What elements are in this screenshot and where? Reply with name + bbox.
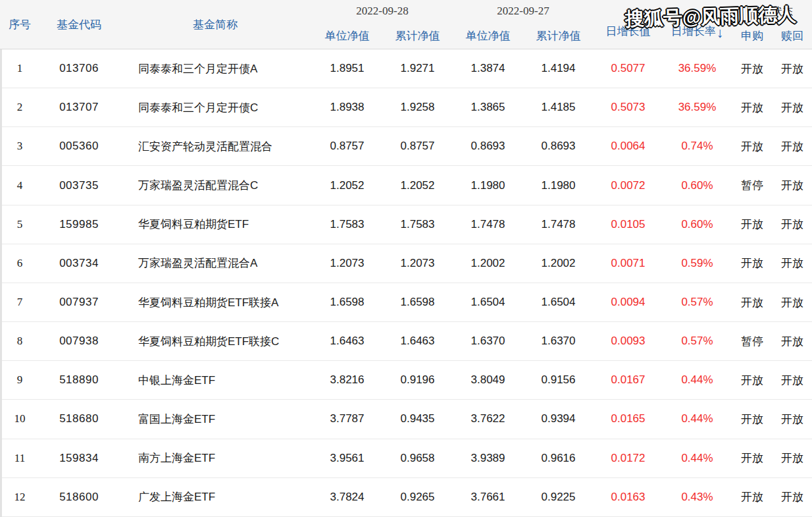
unit-nav-0927: 1.7478 bbox=[453, 218, 523, 231]
cum-nav-0927: 1.4194 bbox=[523, 62, 594, 75]
daily-growth-rate: 0.44% bbox=[663, 373, 732, 387]
daily-growth-value: 0.0094 bbox=[594, 296, 663, 309]
fund-name-link[interactable]: 中银上海金ETF bbox=[118, 373, 312, 388]
fund-name-link[interactable]: 华夏饲料豆粕期货ETF bbox=[118, 217, 312, 232]
header-fund-name: 基金简称 bbox=[118, 0, 312, 49]
row-index: 4 bbox=[0, 179, 39, 192]
purchase-status: 开放 bbox=[732, 489, 773, 504]
unit-nav-0928: 1.7583 bbox=[312, 218, 382, 231]
cum-nav-0928: 0.9658 bbox=[382, 452, 453, 465]
unit-nav-0927: 3.7661 bbox=[453, 491, 523, 504]
daily-growth-value: 0.0163 bbox=[594, 491, 663, 504]
header-unit-nav-1: 单位净值 bbox=[312, 22, 382, 49]
row-index: 1 bbox=[0, 62, 39, 75]
table-row: 7 007937 华夏饲料豆粕期货ETF联接A 1.6598 1.6598 1.… bbox=[0, 283, 812, 322]
fund-name-link[interactable]: 广发上海金ETF bbox=[118, 489, 312, 504]
table-row: 6 003734 万家瑞盈灵活配置混合A 1.2073 1.2073 1.200… bbox=[0, 244, 812, 283]
unit-nav-0927: 3.8049 bbox=[453, 373, 523, 387]
fund-nav-table-page: 序号 基金代码 基金简称 2022-09-28 2022-09-27 单位净值 … bbox=[0, 0, 812, 517]
row-index: 7 bbox=[0, 296, 39, 309]
fund-code-link[interactable]: 003735 bbox=[39, 179, 118, 192]
header-index: 序号 bbox=[0, 0, 39, 49]
purchase-status: 开放 bbox=[732, 61, 773, 76]
cum-nav-0928: 1.9258 bbox=[382, 101, 453, 114]
daily-growth-rate: 0.44% bbox=[663, 412, 732, 425]
fund-name-link[interactable]: 华夏饲料豆粕期货ETF联接A bbox=[118, 295, 312, 310]
fund-code-link[interactable]: 013706 bbox=[39, 62, 118, 75]
cum-nav-0927: 0.9616 bbox=[523, 452, 594, 465]
purchase-status: 暂停 bbox=[732, 334, 773, 349]
sohu-author-watermark: 搜狐号@风雨顺德人 bbox=[625, 2, 797, 33]
fund-code-link[interactable]: 518890 bbox=[39, 373, 118, 387]
purchase-status: 开放 bbox=[732, 373, 773, 388]
cum-nav-0928: 1.2073 bbox=[382, 257, 453, 270]
fund-code-link[interactable]: 518600 bbox=[39, 491, 118, 504]
cum-nav-0928: 1.9271 bbox=[382, 62, 453, 75]
table-row: 1 013706 同泰泰和三个月定开债A 1.8951 1.9271 1.387… bbox=[0, 49, 812, 88]
cum-nav-0927: 1.2002 bbox=[523, 257, 594, 270]
table-row: 12 518600 广发上海金ETF 3.7824 0.9265 3.7661 … bbox=[0, 478, 812, 517]
fund-name-link[interactable]: 华夏饲料豆粕期货ETF联接C bbox=[118, 334, 312, 349]
fund-code-link[interactable]: 003734 bbox=[39, 257, 118, 270]
daily-growth-value: 0.0072 bbox=[594, 179, 663, 192]
purchase-status: 开放 bbox=[732, 450, 773, 466]
row-index: 12 bbox=[0, 491, 39, 504]
unit-nav-0927: 0.8693 bbox=[453, 140, 523, 153]
cum-nav-0928: 0.9265 bbox=[382, 491, 453, 504]
daily-growth-rate: 0.60% bbox=[663, 179, 732, 192]
fund-name-link[interactable]: 万家瑞盈灵活配置混合A bbox=[118, 256, 312, 271]
unit-nav-0928: 1.8951 bbox=[312, 62, 382, 75]
fund-name-link[interactable]: 汇安资产轮动灵活配置混合 bbox=[118, 139, 312, 154]
redeem-status: 开放 bbox=[773, 100, 812, 115]
unit-nav-0928: 1.8938 bbox=[312, 101, 382, 114]
unit-nav-0927: 3.7622 bbox=[453, 412, 523, 425]
unit-nav-0927: 1.3865 bbox=[453, 101, 523, 114]
unit-nav-0927: 1.6370 bbox=[453, 335, 523, 348]
cum-nav-0927: 0.9394 bbox=[523, 412, 594, 425]
fund-code-link[interactable]: 518680 bbox=[39, 412, 118, 425]
unit-nav-0928: 3.7787 bbox=[312, 412, 382, 425]
daily-growth-rate: 0.59% bbox=[663, 257, 732, 270]
unit-nav-0928: 1.6463 bbox=[312, 335, 382, 348]
table-body: 1 013706 同泰泰和三个月定开债A 1.8951 1.9271 1.387… bbox=[0, 49, 812, 517]
daily-growth-value: 0.0071 bbox=[594, 257, 663, 270]
unit-nav-0927: 3.9389 bbox=[453, 452, 523, 465]
fund-code-link[interactable]: 013707 bbox=[39, 101, 118, 114]
cum-nav-0928: 1.2052 bbox=[382, 179, 453, 192]
daily-growth-rate: 0.60% bbox=[663, 218, 732, 231]
cum-nav-0928: 0.9435 bbox=[382, 412, 453, 425]
table-row: 11 159834 南方上海金ETF 3.9561 0.9658 3.9389 … bbox=[0, 439, 812, 478]
unit-nav-0927: 1.1980 bbox=[453, 179, 523, 192]
daily-growth-value: 0.0064 bbox=[594, 140, 663, 153]
fund-code-link[interactable]: 005360 bbox=[39, 140, 118, 153]
fund-name-link[interactable]: 南方上海金ETF bbox=[118, 450, 312, 466]
cum-nav-0927: 1.1980 bbox=[523, 179, 594, 192]
fund-name-link[interactable]: 同泰泰和三个月定开债C bbox=[118, 100, 312, 115]
fund-code-link[interactable]: 007937 bbox=[39, 296, 118, 309]
fund-name-link[interactable]: 富国上海金ETF bbox=[118, 412, 312, 427]
fund-name-link[interactable]: 同泰泰和三个月定开债A bbox=[118, 61, 312, 76]
purchase-status: 开放 bbox=[732, 100, 773, 115]
redeem-status: 开放 bbox=[773, 217, 812, 232]
cum-nav-0927: 0.8693 bbox=[523, 140, 594, 153]
table-row: 4 003735 万家瑞盈灵活配置混合C 1.2052 1.2052 1.198… bbox=[0, 166, 812, 205]
fund-name-link[interactable]: 万家瑞盈灵活配置混合C bbox=[118, 178, 312, 193]
unit-nav-0928: 1.2073 bbox=[312, 257, 382, 270]
redeem-status: 开放 bbox=[773, 334, 812, 349]
unit-nav-0928: 3.9561 bbox=[312, 452, 382, 465]
unit-nav-0928: 1.6598 bbox=[312, 296, 382, 309]
fund-code-link[interactable]: 007938 bbox=[39, 335, 118, 348]
unit-nav-0927: 1.6504 bbox=[453, 296, 523, 309]
fund-code-link[interactable]: 159985 bbox=[39, 218, 118, 231]
daily-growth-value: 0.5073 bbox=[594, 101, 663, 114]
row-index: 9 bbox=[0, 373, 39, 387]
cum-nav-0927: 1.4185 bbox=[523, 101, 594, 114]
row-index: 6 bbox=[0, 257, 39, 270]
fund-code-link[interactable]: 159834 bbox=[39, 452, 118, 465]
cum-nav-0928: 0.9196 bbox=[382, 373, 453, 387]
table-row: 3 005360 汇安资产轮动灵活配置混合 0.8757 0.8757 0.86… bbox=[0, 127, 812, 166]
daily-growth-rate: 0.44% bbox=[663, 452, 732, 465]
redeem-status: 开放 bbox=[773, 373, 812, 388]
header-fund-code: 基金代码 bbox=[39, 0, 118, 49]
cum-nav-0927: 1.6504 bbox=[523, 296, 594, 309]
